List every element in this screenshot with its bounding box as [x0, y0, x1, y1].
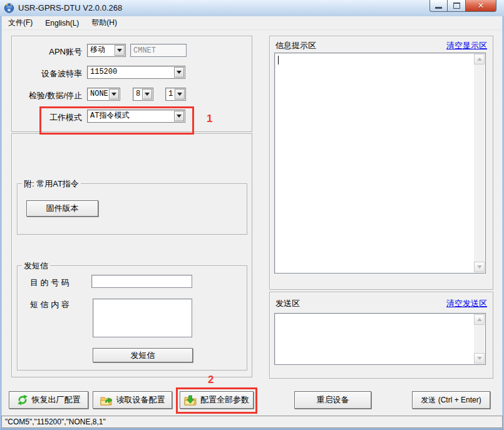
sms-group-title: 发短信: [22, 260, 50, 272]
maximize-icon: [453, 3, 460, 9]
status-bar: "COM5","115200","NONE,8,1": [1, 416, 503, 428]
info-panel-title: 信息提示区: [275, 40, 316, 51]
annotation-box-2: [176, 387, 257, 414]
chevron-down-icon: [177, 71, 182, 74]
clear-display-link[interactable]: 清空显示区: [376, 40, 487, 51]
annotation-box-1: [39, 106, 194, 135]
sms-send-button[interactable]: 发短信: [93, 348, 193, 362]
clear-send-link[interactable]: 清空发送区: [376, 298, 487, 309]
scroll-up-icon: [477, 58, 482, 61]
apn-select-button[interactable]: [115, 45, 125, 56]
firmware-version-button[interactable]: 固件版本: [26, 200, 98, 217]
chevron-down-icon: [145, 93, 150, 96]
restart-device-button-label: 重启设备: [317, 394, 349, 406]
at-command-group-title: 附: 常用AT指令: [22, 178, 81, 190]
scroll-down-button[interactable]: [474, 262, 485, 272]
send-input-area[interactable]: [274, 313, 486, 365]
scroll-up-icon: [477, 318, 482, 321]
stopbits-select-value: 1: [168, 88, 174, 100]
menu-english[interactable]: English(L): [39, 18, 85, 29]
window-title: USR-GPRS-DTU V2.0.0.268: [18, 3, 122, 13]
text-caret: [278, 56, 279, 64]
read-config-button-label: 读取设备配置: [116, 394, 165, 406]
status-bar-text: "COM5","115200","NONE,8,1": [5, 417, 106, 426]
close-icon: ✕: [478, 2, 484, 9]
databits-select[interactable]: 8: [133, 88, 153, 101]
scroll-up-button[interactable]: [474, 314, 485, 325]
apn-select-value: 移动: [90, 44, 114, 56]
restore-factory-button-label: 恢复出厂配置: [32, 394, 81, 406]
minimize-icon: [435, 7, 442, 9]
baud-label: 设备波特率: [6, 68, 82, 79]
annotation-number-1: 1: [207, 113, 212, 125]
info-scrollbar[interactable]: [474, 54, 485, 272]
databits-select-button[interactable]: [142, 89, 152, 100]
baud-select[interactable]: 115200: [87, 66, 185, 79]
chevron-down-icon: [177, 93, 182, 96]
minimize-button[interactable]: [429, 0, 448, 12]
read-config-button[interactable]: 读取设备配置: [93, 391, 172, 409]
apn-label: APN账号: [6, 46, 82, 58]
annotation-number-2: 2: [208, 374, 213, 386]
menu-bar: 文件(F) English(L) 帮助(H): [2, 16, 502, 30]
app-icon: [4, 3, 14, 13]
chevron-down-icon: [111, 93, 116, 96]
menu-help[interactable]: 帮助(H): [85, 16, 123, 29]
window-controls: ✕: [429, 0, 496, 13]
stopbits-select[interactable]: 1: [165, 88, 186, 101]
titlebar[interactable]: USR-GPRS-DTU V2.0.0.268 ✕: [0, 0, 504, 17]
scroll-down-button[interactable]: [474, 353, 485, 364]
databits-select-value: 8: [136, 88, 141, 100]
scroll-down-icon: [477, 357, 482, 360]
chevron-down-icon: [117, 49, 122, 52]
window-frame-left: [0, 16, 2, 428]
parity-select[interactable]: NONE: [87, 88, 120, 101]
apn-value-field[interactable]: [130, 44, 187, 57]
refresh-arrows-icon: [17, 394, 28, 406]
parity-select-value: NONE: [90, 88, 108, 100]
firmware-version-button-label: 固件版本: [46, 203, 79, 214]
app-window: USR-GPRS-DTU V2.0.0.268 ✕ 文件(F) English(…: [0, 0, 504, 430]
restore-factory-button[interactable]: 恢复出厂配置: [9, 391, 88, 409]
apn-select[interactable]: 移动: [87, 44, 126, 57]
info-display-area[interactable]: [274, 53, 486, 274]
serial-format-label: 检验/数据/停止: [6, 90, 82, 101]
restart-device-button[interactable]: 重启设备: [294, 391, 371, 409]
sms-dest-input[interactable]: [91, 275, 192, 288]
sms-content-textarea[interactable]: [93, 299, 192, 337]
send-button[interactable]: 发送 (Ctrl + Enter): [412, 391, 490, 409]
scroll-down-icon: [477, 265, 482, 269]
stopbits-select-button[interactable]: [175, 89, 185, 100]
sms-dest-label: 目 的 号 码: [30, 277, 69, 289]
sms-content-label: 短 信 内 容: [30, 299, 69, 310]
sms-send-button-label: 发短信: [131, 350, 155, 361]
send-scrollbar[interactable]: [474, 314, 485, 364]
baud-select-button[interactable]: [174, 67, 184, 78]
send-button-label: 发送 (Ctrl + Enter): [421, 395, 481, 406]
scroll-up-button[interactable]: [474, 54, 485, 64]
folder-export-icon: [100, 395, 113, 406]
baud-select-value: 115200: [90, 66, 173, 78]
menu-file[interactable]: 文件(F): [2, 16, 39, 29]
maximize-button[interactable]: [448, 0, 466, 12]
send-panel-title: 发送区: [275, 298, 300, 309]
close-button[interactable]: ✕: [466, 0, 496, 12]
parity-select-button[interactable]: [109, 89, 119, 100]
